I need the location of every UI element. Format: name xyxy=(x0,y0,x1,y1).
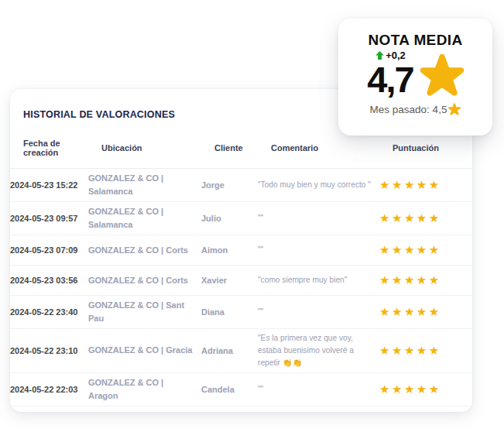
table-row: 2024-05-23 15:22 GONZALEZ & CO | Salaman… xyxy=(10,169,472,202)
rating-stars: ★★★★★ xyxy=(379,178,472,192)
previous-score: Mes pasado: 4,5 xyxy=(370,103,461,115)
table-row: 2024-05-23 03:56 GONZALEZ & CO | Corts X… xyxy=(10,266,472,296)
cell-comment: "" xyxy=(258,383,379,396)
table-row: 2024-05-22 22:03 GONZALEZ & CO | Aragon … xyxy=(10,373,472,406)
column-header-ubicacion: Ubicación xyxy=(101,143,214,153)
cell-client: Adriana xyxy=(201,346,258,355)
ratings-history-card: HISTORIAL DE VALORACIONES Fecha de creac… xyxy=(10,89,472,412)
column-header-comentario: Comentario xyxy=(271,143,393,153)
cell-client: Candela xyxy=(201,385,258,394)
rating-stars: ★★★★★ xyxy=(379,211,472,225)
rating-stars: ★★★★★ xyxy=(379,382,472,396)
table-row: 2024-05-22 23:40 GONZALEZ & CO | Sant Pa… xyxy=(10,296,472,329)
cell-location: GONZALEZ & CO | Sant Pau xyxy=(88,299,201,325)
rating-stars: ★★★★★ xyxy=(379,344,472,358)
rating-stars: ★★★★★ xyxy=(379,305,472,319)
cell-location: GONZALEZ & CO | Salamanca xyxy=(88,172,201,198)
cell-comment: "" xyxy=(258,212,379,225)
cell-client: Julio xyxy=(201,214,258,223)
average-score-title: NOTA MEDIA xyxy=(368,32,462,49)
column-header-puntuacion: Puntuación xyxy=(393,143,465,153)
previous-score-label: Mes pasado: 4,5 xyxy=(370,104,447,115)
small-star-icon xyxy=(448,103,461,115)
cell-date: 2024-05-23 15:22 xyxy=(10,180,88,190)
cell-comment: "" xyxy=(258,306,379,318)
cell-comment: "Todo muy bien y muy correcto " xyxy=(258,179,379,191)
cell-date: 2024-05-22 22:03 xyxy=(10,385,88,394)
column-header-fecha: Fecha de creación xyxy=(23,139,101,157)
cell-location: GONZALEZ & CO | Salamanca xyxy=(88,205,201,231)
cell-location: GONZALEZ & CO | Aragon xyxy=(88,376,201,403)
table-row: 2024-05-23 09:57 GONZALEZ & CO | Salaman… xyxy=(10,202,472,235)
cell-date: 2024-05-22 23:10 xyxy=(10,346,88,355)
table-row: 2024-05-23 07:09 GONZALEZ & CO | Corts A… xyxy=(10,235,472,266)
cell-client: Aimon xyxy=(201,245,258,255)
table-header-row: Fecha de creación Ubicación Cliente Come… xyxy=(10,139,472,169)
big-star-icon xyxy=(420,53,464,97)
table-row: 2024-05-22 22:01 GONZALEZ & CO | Diagona… xyxy=(10,406,472,412)
cell-date: 2024-05-23 07:09 xyxy=(10,245,88,255)
rating-stars: ★★★★★ xyxy=(379,273,472,287)
score-block: +0,2 4,7 xyxy=(367,50,413,98)
score-value: 4,7 xyxy=(367,61,413,98)
score-row: +0,2 4,7 xyxy=(367,50,463,98)
cell-comment: "como siempre muy bien" xyxy=(258,274,379,286)
table-row: 2024-05-22 23:10 GONZALEZ & CO | Gracia … xyxy=(10,329,472,372)
cell-client: Jorge xyxy=(201,180,258,190)
rating-stars: ★★★★★ xyxy=(379,243,472,257)
cell-location: GONZALEZ & CO | Gracia xyxy=(88,344,201,357)
column-header-cliente: Cliente xyxy=(214,143,271,153)
cell-client: Diana xyxy=(201,307,258,317)
average-score-card: NOTA MEDIA +0,2 4,7 Mes pasado: 4,5 xyxy=(338,19,492,135)
cell-location: GONZALEZ & CO | Corts xyxy=(88,244,201,257)
cell-location: GONZALEZ & CO | Diagonal Mar xyxy=(88,410,201,412)
cell-comment: "" xyxy=(258,244,379,256)
cell-location: GONZALEZ & CO | Corts xyxy=(88,274,201,287)
cell-date: 2024-05-23 03:56 xyxy=(10,276,88,285)
cell-date: 2024-05-22 23:40 xyxy=(10,307,88,317)
cell-client: Xavier xyxy=(201,276,258,285)
table-body: 2024-05-23 15:22 GONZALEZ & CO | Salaman… xyxy=(10,169,472,412)
cell-comment: "Es la primera vez que voy, estaba bueni… xyxy=(258,332,379,369)
cell-date: 2024-05-23 09:57 xyxy=(10,214,88,223)
